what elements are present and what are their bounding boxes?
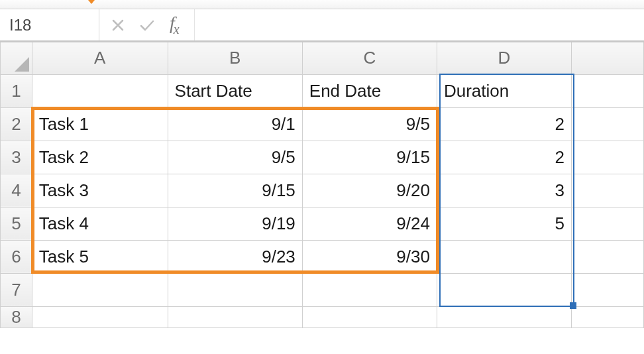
row-header-7[interactable]: 7 <box>1 273 32 306</box>
cell-E2[interactable] <box>571 107 643 141</box>
cell-C1[interactable]: End Date <box>302 74 437 107</box>
cell-A4[interactable]: Task 3 <box>32 174 168 207</box>
cell-C2[interactable]: 9/5 <box>302 107 437 141</box>
ribbon-indicator-icon <box>85 0 98 4</box>
cell-B4[interactable]: 9/15 <box>168 174 302 207</box>
cell-E7[interactable] <box>571 273 643 306</box>
cell-D5[interactable]: 5 <box>437 207 571 240</box>
formula-bar-row: fx <box>0 9 644 42</box>
cell-E8[interactable] <box>571 306 643 327</box>
row-header-8[interactable]: 8 <box>1 306 32 327</box>
cell-B5[interactable]: 9/19 <box>168 207 302 240</box>
cell-E3[interactable] <box>571 141 643 174</box>
cell-C4[interactable]: 9/20 <box>302 174 437 207</box>
formula-input[interactable] <box>194 9 644 40</box>
select-all-corner[interactable] <box>1 42 32 74</box>
grid[interactable]: A B C D 1 Start Date End Date Duration 2… <box>0 42 644 328</box>
cell-B1[interactable]: Start Date <box>168 74 302 107</box>
x-icon <box>111 19 125 32</box>
row-header-6[interactable]: 6 <box>1 240 32 273</box>
row-header-4[interactable]: 4 <box>1 174 32 207</box>
row-header-2[interactable]: 2 <box>1 107 32 141</box>
spreadsheet-area: A B C D 1 Start Date End Date Duration 2… <box>0 42 644 328</box>
cell-B2[interactable]: 9/1 <box>168 107 302 141</box>
cancel-button[interactable] <box>111 19 125 32</box>
name-box-container <box>0 9 99 40</box>
cell-C8[interactable] <box>302 306 437 327</box>
check-icon <box>139 19 155 32</box>
cell-B8[interactable] <box>168 306 302 327</box>
col-header-E[interactable] <box>571 42 643 74</box>
cell-E1[interactable] <box>571 74 643 107</box>
enter-button[interactable] <box>139 19 155 32</box>
cell-D6[interactable] <box>437 240 571 273</box>
row-header-5[interactable]: 5 <box>1 207 32 240</box>
cell-A6[interactable]: Task 5 <box>32 240 168 273</box>
cell-D1[interactable]: Duration <box>437 74 571 107</box>
cell-C7[interactable] <box>302 273 437 306</box>
cell-B3[interactable]: 9/5 <box>168 141 302 174</box>
cell-E5[interactable] <box>571 207 643 240</box>
cell-D4[interactable]: 3 <box>437 174 571 207</box>
cell-C5[interactable]: 9/24 <box>302 207 437 240</box>
cell-C6[interactable]: 9/30 <box>302 240 437 273</box>
formula-bar-buttons: fx <box>99 9 190 40</box>
cell-D3[interactable]: 2 <box>437 141 571 174</box>
cell-B7[interactable] <box>168 273 302 306</box>
row-header-1[interactable]: 1 <box>1 74 32 107</box>
col-header-A[interactable]: A <box>32 42 168 74</box>
cell-E6[interactable] <box>571 240 643 273</box>
cell-A2[interactable]: Task 1 <box>32 107 168 141</box>
cell-D8[interactable] <box>437 306 571 327</box>
col-header-D[interactable]: D <box>437 42 571 74</box>
cell-D2[interactable]: 2 <box>437 107 571 141</box>
col-header-C[interactable]: C <box>302 42 437 74</box>
insert-function-button[interactable]: fx <box>170 13 178 37</box>
cell-D7[interactable] <box>437 273 571 306</box>
cell-E4[interactable] <box>571 174 643 207</box>
cell-A3[interactable]: Task 2 <box>32 141 168 174</box>
cell-A1[interactable] <box>32 74 168 107</box>
cell-A5[interactable]: Task 4 <box>32 207 168 240</box>
fx-icon: fx <box>170 13 178 37</box>
ribbon-edge <box>0 0 644 9</box>
row-header-3[interactable]: 3 <box>1 141 32 174</box>
cell-C3[interactable]: 9/15 <box>302 141 437 174</box>
col-header-B[interactable]: B <box>168 42 302 74</box>
cell-A7[interactable] <box>32 273 168 306</box>
cell-B6[interactable]: 9/23 <box>168 240 302 273</box>
cell-A8[interactable] <box>32 306 168 327</box>
